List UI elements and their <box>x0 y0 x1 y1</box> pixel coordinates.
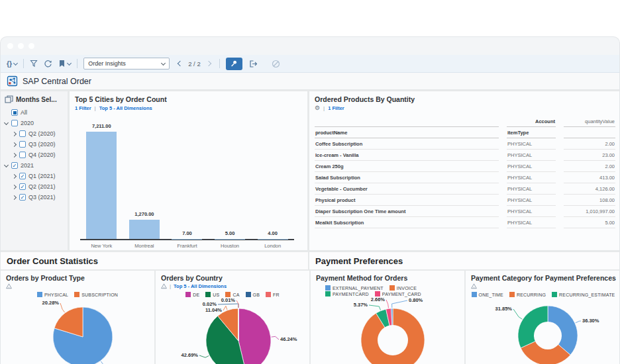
table-cell-itemtype[interactable]: PHYSICAL <box>507 195 556 206</box>
tree-item[interactable]: 2020 <box>5 118 65 128</box>
expander-icon[interactable] <box>5 165 11 167</box>
expander-icon[interactable] <box>5 122 11 124</box>
table-cell-productname[interactable]: Ice-cream - Vanilla <box>315 150 499 161</box>
window-control-maximize[interactable] <box>28 43 34 49</box>
table-cell-quantityvalue[interactable]: 23.00 <box>564 150 615 161</box>
tree-item[interactable]: All <box>5 107 65 118</box>
warning-icon[interactable] <box>6 283 12 289</box>
legend-item[interactable]: CA <box>225 292 239 297</box>
legend-item[interactable]: PHYSICAL <box>37 292 68 297</box>
table-cell-productname[interactable]: Cream 250g <box>315 161 499 172</box>
refresh-button[interactable] <box>44 60 52 68</box>
tree-item[interactable]: Q4 (2020) <box>5 150 65 160</box>
label-leader-line <box>369 305 381 310</box>
legend-item[interactable]: US <box>205 292 219 297</box>
donut-hole <box>378 325 408 355</box>
table-column-header-blank[interactable] <box>564 127 615 138</box>
filter-panel-header[interactable]: Months Sel... <box>5 95 65 103</box>
story-page-dropdown[interactable]: Order Insights <box>83 58 170 69</box>
table-cell-productname[interactable]: Salad Subscription <box>315 172 499 183</box>
expander-icon[interactable] <box>13 143 19 146</box>
dimensions-link[interactable]: Top 5 - All Dimensions <box>99 105 152 111</box>
table-cell-quantityvalue[interactable]: 4,126.00 <box>564 183 615 195</box>
legend-item[interactable]: PAYMENTCARD <box>325 291 369 296</box>
checkbox-checked[interactable]: ✓ <box>19 173 26 179</box>
warning-icon[interactable] <box>161 283 167 289</box>
checkbox-unchecked[interactable] <box>19 152 26 158</box>
previous-page-button[interactable] <box>178 61 183 66</box>
dimensions-link[interactable]: Top 5 - All Dimensions <box>174 283 227 289</box>
checkbox-checked[interactable]: ✓ <box>19 183 26 190</box>
table-cell-itemtype[interactable]: PHYSICAL <box>507 183 556 195</box>
tree-item[interactable]: Q2 (2020) <box>5 128 65 139</box>
filter-link[interactable]: 1 Filter <box>75 105 91 111</box>
legend-item[interactable]: ONE_TIME <box>472 292 503 297</box>
bookmark-menu-button[interactable] <box>58 60 71 68</box>
checkbox-unchecked[interactable] <box>11 120 18 126</box>
checkbox-checked[interactable]: ✓ <box>19 194 26 201</box>
bar[interactable] <box>86 132 117 239</box>
exit-fullscreen-button[interactable] <box>248 60 258 68</box>
checkbox-unchecked[interactable] <box>19 130 26 137</box>
table-cell-quantityvalue[interactable]: 2.00 <box>564 138 615 150</box>
table-cell-itemtype[interactable]: PHYSICAL <box>507 217 556 228</box>
checkbox-checked[interactable]: ✓ <box>11 162 18 169</box>
table-cell-itemtype[interactable]: PHYSICAL <box>507 138 556 150</box>
table-column-header-productname[interactable]: productName <box>315 127 499 138</box>
table-cell-quantityvalue[interactable]: 2.00 <box>564 161 615 172</box>
chevron-down-icon <box>67 60 72 65</box>
expander-icon[interactable] <box>13 196 19 199</box>
table-cell-productname[interactable]: Mealkit Subscription <box>315 217 499 228</box>
filter-link[interactable]: 1 Filter <box>328 105 344 111</box>
legend-item[interactable]: FR <box>266 292 280 297</box>
table-cell-itemtype[interactable]: PHYSICAL <box>507 206 556 217</box>
tree-item[interactable]: ✓Q2 (2021) <box>5 181 65 192</box>
expander-icon[interactable] <box>13 175 19 178</box>
table-cell-quantityvalue[interactable]: 1,010,997.00 <box>564 206 615 217</box>
window-control-minimize[interactable] <box>18 43 24 49</box>
table-group-header-quantityvalue[interactable]: quantityValue <box>564 116 615 127</box>
legend-item[interactable]: GB <box>246 292 260 297</box>
table-group-header-blank[interactable] <box>315 116 499 127</box>
filter-button[interactable] <box>30 60 38 68</box>
legend-item[interactable]: PAYMENT_CARD <box>375 291 421 296</box>
window-control-close[interactable] <box>7 43 13 49</box>
checkbox-partial[interactable] <box>11 109 18 116</box>
table-cell-productname[interactable]: Diaper Subscription One Time amount <box>315 206 499 217</box>
checkbox-unchecked[interactable] <box>19 141 26 148</box>
legend-item[interactable]: EXTERNAL_PAYMENT <box>325 285 384 291</box>
table-cell-quantityvalue[interactable]: 5.00 <box>564 217 615 228</box>
disabled-action-button[interactable] <box>272 60 280 68</box>
table-cell-quantityvalue[interactable]: 413.00 <box>564 172 615 183</box>
pin-button-active[interactable] <box>226 58 242 70</box>
legend-item[interactable]: DE <box>185 292 199 297</box>
expander-icon[interactable] <box>13 154 19 157</box>
legend-item[interactable]: RECURRING <box>509 292 546 297</box>
legend-label: RECURRING_ESTIMATE <box>559 293 615 297</box>
table-cell-productname[interactable]: Coffee Subscription <box>315 138 499 150</box>
table-cell-itemtype[interactable]: PHYSICAL <box>507 172 556 183</box>
legend-item[interactable]: RECURRING_ESTIMATE <box>552 292 615 297</box>
tree-item[interactable]: ✓Q3 (2021) <box>5 192 65 203</box>
gear-icon[interactable]: ⚙ <box>315 105 320 111</box>
bar[interactable] <box>129 220 160 239</box>
expander-icon[interactable] <box>13 185 19 189</box>
refresh-icon <box>44 60 52 68</box>
table-cell-itemtype[interactable]: PHYSICAL <box>507 150 556 161</box>
table-cell-itemtype[interactable]: PHYSICAL <box>507 161 556 172</box>
table-cell-productname[interactable]: Physical product <box>315 195 499 206</box>
legend-item[interactable]: INVOICE <box>389 285 417 291</box>
tree-item[interactable]: ✓2021 <box>5 160 65 171</box>
table-group-header-account[interactable]: Account <box>507 116 556 127</box>
table-cell-productname[interactable]: Vegetable - Cucumber <box>315 183 499 195</box>
table-cell-quantityvalue[interactable]: 108.00 <box>564 195 615 206</box>
expander-icon[interactable] <box>13 132 19 136</box>
next-page-button[interactable] <box>205 61 211 66</box>
table-column-header-itemtype[interactable]: itemType <box>507 127 556 138</box>
warning-icon[interactable] <box>471 283 477 289</box>
tree-item[interactable]: ✓Q1 (2021) <box>5 171 65 181</box>
legend-item[interactable]: SUBSCRIPTION <box>74 292 118 297</box>
tree-item[interactable]: Q3 (2020) <box>5 139 65 150</box>
controls-menu-button[interactable]: {} <box>7 60 17 68</box>
pie-slice-DE[interactable] <box>238 308 271 364</box>
